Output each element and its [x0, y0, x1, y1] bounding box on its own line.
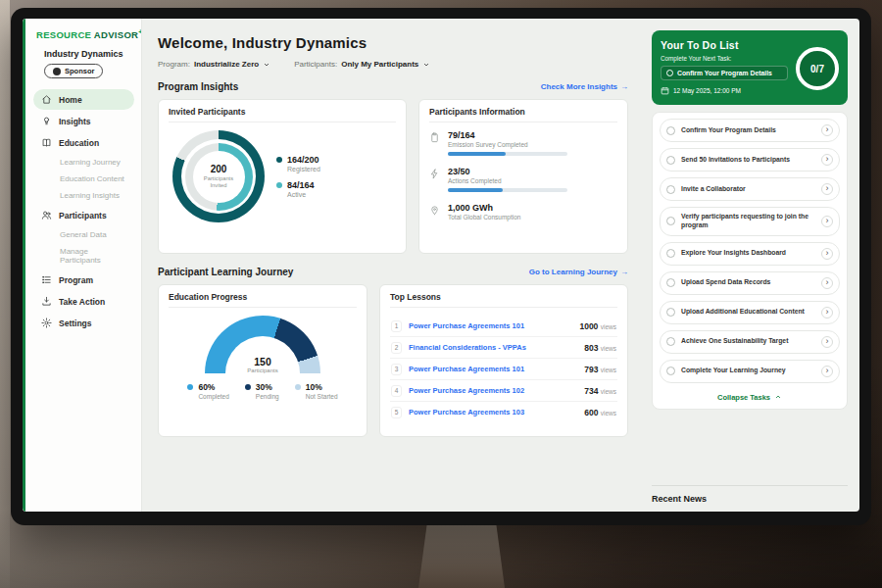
learning-journey-header: Participant Learning Journey Go to Learn… [158, 267, 628, 277]
lightbulb-icon [41, 116, 52, 126]
legend-value: 10% [306, 382, 322, 392]
task-checkbox[interactable] [666, 185, 675, 194]
program-insights-cards: Invited Participants 200 Participants In… [158, 99, 628, 254]
stat-label: Actions Completed [448, 177, 567, 184]
invited-participants-donut-chart: 200 Participants Invited [172, 130, 265, 222]
logo-text-primary: RESOURCE [36, 29, 91, 40]
todo-title: Your To Do List [661, 39, 788, 51]
task-list: Confirm Your Program Details › Send 50 I… [652, 112, 848, 410]
stat-value: 1,000 GWh [448, 203, 520, 213]
legend-label: Active [287, 191, 320, 198]
go-to-learning-journey-link[interactable]: Go to Learning Journey → [529, 268, 628, 276]
sidebar-item-learning-journey[interactable]: Learning Journey [33, 154, 134, 171]
sponsor-badge-label: Sponsor [65, 67, 94, 75]
legend-item-not-started: 10% Not Started [295, 382, 338, 400]
participants-dropdown-label: Participants: [294, 60, 337, 69]
lesson-rank: 3 [391, 364, 402, 375]
sidebar-item-education[interactable]: Education [33, 132, 134, 153]
task-row-explore-insights[interactable]: Explore Your Insights Dashboard › [660, 242, 840, 266]
lesson-row: 4 Power Purchase Agreements 102 734 view… [390, 380, 617, 402]
chevron-right-icon[interactable]: › [821, 154, 833, 166]
sidebar-item-manage-participants[interactable]: Manage Participants [33, 243, 134, 269]
program-insights-title: Program Insights [158, 81, 238, 92]
next-task-datetime: 12 May 2025, 12:00 PM [661, 86, 788, 95]
task-row-verify-participants[interactable]: Verify participants requesting to join t… [660, 207, 840, 236]
todo-header-card: Your To Do List Complete Your Next Task:… [652, 30, 848, 105]
legend-dot [245, 384, 251, 390]
task-row-confirm-program[interactable]: Confirm Your Program Details › [660, 119, 840, 142]
sidebar-item-settings[interactable]: Settings [33, 313, 134, 333]
next-task-pill[interactable]: Confirm Your Program Details [661, 66, 788, 80]
sidebar-item-label: Program [59, 275, 93, 285]
chevron-right-icon[interactable]: › [821, 366, 833, 377]
sidebar-item-participants[interactable]: Participants [33, 205, 134, 225]
participants-dropdown[interactable]: Participants: Only My Participants [294, 60, 430, 69]
chevron-right-icon[interactable]: › [821, 124, 833, 136]
monitor-stand [418, 523, 505, 588]
progress-bar-fill [448, 152, 506, 156]
next-task-label: Confirm Your Program Details [677, 70, 772, 76]
chevron-right-icon[interactable]: › [821, 307, 833, 318]
sidebar-item-general-data[interactable]: General Data [33, 226, 134, 243]
task-checkbox[interactable] [666, 367, 675, 375]
gear-icon [41, 318, 52, 328]
chevron-right-icon[interactable]: › [821, 248, 833, 260]
book-icon [41, 137, 52, 148]
top-lessons-title: Top Lessons [390, 292, 617, 308]
sidebar-item-take-action[interactable]: Take Action [33, 291, 134, 312]
chevron-right-icon[interactable]: › [821, 183, 833, 195]
legend-dot [276, 182, 282, 188]
lesson-link[interactable]: Power Purchase Agreements 101 [409, 365, 577, 373]
task-row-complete-learning-journey[interactable]: Complete Your Learning Journey › [660, 360, 840, 383]
task-label: Achieve One Sustainability Target [681, 337, 815, 346]
sidebar-item-insights[interactable]: Insights [33, 111, 134, 131]
lesson-link[interactable]: Power Purchase Agreements 101 [409, 321, 572, 330]
participants-information-title: Participants Information [429, 107, 617, 122]
lesson-link[interactable]: Power Purchase Agreements 103 [409, 408, 577, 416]
task-checkbox[interactable] [666, 337, 675, 346]
chevron-right-icon[interactable]: › [821, 336, 833, 348]
lesson-views-label: views [601, 323, 616, 330]
participants-information-card: Participants Information 79/164 Emission… [418, 99, 628, 254]
stat-global-consumption: 1,000 GWh Total Global Consumption [429, 203, 617, 220]
sidebar-item-learning-insights[interactable]: Learning Insights [33, 187, 134, 204]
task-checkbox[interactable] [666, 249, 675, 258]
sidebar-item-home[interactable]: Home [33, 89, 134, 110]
lesson-rank: 2 [391, 342, 402, 354]
task-label: Invite a Collaborator [681, 185, 815, 194]
stat-value: 23/50 [448, 167, 567, 176]
task-row-send-invitations[interactable]: Send 50 Invitations to Participants › [660, 148, 840, 172]
task-checkbox[interactable] [666, 278, 675, 287]
filter-bar: Program: Industrialize Zero Participants… [158, 60, 628, 69]
program-dropdown[interactable]: Program: Industrialize Zero [158, 60, 270, 69]
task-row-upload-spend-data[interactable]: Upload Spend Data Records › [660, 271, 840, 295]
sidebar-item-education-content[interactable]: Education Content [33, 171, 134, 187]
education-progress-gauge-chart: 150 Participants [205, 316, 320, 373]
task-checkbox[interactable] [666, 308, 675, 317]
stat-actions-completed: 23/50 Actions Completed [429, 167, 617, 192]
task-row-achieve-target[interactable]: Achieve One Sustainability Target › [660, 330, 840, 354]
collapse-tasks-button[interactable]: Collapse Tasks [660, 389, 840, 406]
task-checkbox[interactable] [666, 156, 675, 165]
task-label: Upload Spend Data Records [681, 278, 815, 287]
lesson-row: 1 Power Purchase Agreements 101 1000 vie… [390, 316, 617, 337]
sidebar-item-program[interactable]: Program [33, 270, 134, 290]
lesson-link[interactable]: Financial Considerations - VPPAs [409, 343, 577, 352]
task-row-invite-collaborator[interactable]: Invite a Collaborator › [660, 177, 840, 201]
chevron-right-icon[interactable]: › [821, 216, 833, 227]
chevron-right-icon[interactable]: › [821, 277, 833, 289]
calendar-icon [661, 86, 669, 95]
org-name: Industry Dynamics [33, 49, 134, 59]
legend-value: 164/200 [287, 155, 319, 165]
sponsor-badge: Sponsor [44, 64, 103, 78]
lesson-views-count: 1000 [579, 321, 598, 331]
recent-news-title: Recent News [652, 485, 848, 504]
monitor-bezel: RESOURCE ADVISOR+ Industry Dynamics Spon… [11, 8, 871, 525]
task-checkbox[interactable] [666, 217, 675, 225]
lesson-link[interactable]: Power Purchase Agreements 102 [409, 386, 577, 395]
check-more-insights-link[interactable]: Check More Insights → [541, 82, 628, 91]
task-row-upload-educational-content[interactable]: Upload Additional Educational Content › [660, 301, 840, 324]
todo-subtitle: Complete Your Next Task: [661, 55, 788, 62]
task-checkbox[interactable] [666, 126, 675, 135]
arrow-right-icon: → [620, 268, 628, 276]
